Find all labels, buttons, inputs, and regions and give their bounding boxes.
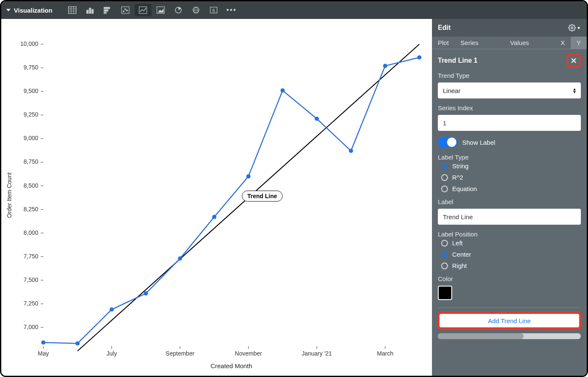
trend-type-label: Trend Type	[438, 72, 581, 79]
svg-point-71	[315, 117, 319, 121]
visualization-toolbar: Visualization 6 •••	[1, 1, 587, 19]
line-chart: 7,0007,2507,5007,7508,0008,2508,5008,750…	[1, 19, 432, 376]
svg-text:7,000: 7,000	[24, 324, 38, 330]
series-index-label: Series Index	[438, 104, 581, 112]
svg-text:Order Item Count: Order Item Count	[6, 173, 13, 218]
line-chart-icon[interactable]	[135, 4, 151, 16]
svg-text:9,750: 9,750	[24, 64, 38, 71]
label-type-option-string[interactable]: String	[441, 162, 581, 170]
tab-plot[interactable]: Plot	[432, 37, 455, 49]
tab-x[interactable]: X	[555, 37, 571, 49]
svg-point-74	[417, 55, 421, 59]
svg-point-70	[281, 88, 285, 93]
svg-text:7,250: 7,250	[24, 300, 38, 307]
bar-chart-icon[interactable]	[99, 4, 116, 16]
svg-rect-8	[104, 7, 110, 9]
svg-text:8,750: 8,750	[24, 158, 38, 165]
area-chart-icon[interactable]	[152, 4, 169, 16]
svg-point-63	[41, 340, 45, 345]
tab-y[interactable]: Y	[571, 37, 587, 49]
label-position-option-center[interactable]: Center	[441, 251, 581, 258]
svg-text:8,250: 8,250	[24, 206, 38, 212]
svg-rect-7	[92, 9, 93, 13]
svg-text:July: July	[106, 350, 117, 357]
svg-point-65	[110, 307, 114, 311]
svg-text:8,000: 8,000	[24, 229, 38, 236]
label-type-label: Label Type	[438, 154, 581, 161]
chevron-down-icon	[6, 9, 11, 11]
tab-values[interactable]: Values	[484, 37, 555, 49]
svg-text:9,250: 9,250	[24, 111, 38, 118]
svg-text:Created Month: Created Month	[210, 362, 252, 369]
table-icon[interactable]	[64, 4, 81, 16]
visualization-title: Visualization	[14, 7, 52, 14]
svg-point-72	[349, 149, 353, 153]
label-label: Label	[438, 198, 581, 205]
visualization-toggle[interactable]: Visualization	[6, 7, 52, 14]
svg-rect-10	[104, 12, 106, 13]
svg-point-13	[125, 9, 126, 10]
svg-rect-6	[89, 8, 91, 13]
svg-point-73	[383, 64, 387, 68]
chart-area: 7,0007,2507,5007,7508,0008,2508,5008,750…	[1, 19, 432, 376]
svg-text:6: 6	[212, 8, 215, 13]
edit-tabs: PlotSeriesValuesXY	[432, 37, 587, 49]
label-position-option-right[interactable]: Right	[441, 262, 581, 269]
label-input[interactable]	[438, 209, 581, 225]
single-value-icon[interactable]: 6	[205, 4, 222, 16]
show-label-toggle[interactable]	[438, 137, 457, 148]
color-swatch[interactable]	[438, 286, 452, 300]
svg-point-12	[123, 11, 124, 12]
svg-text:9,500: 9,500	[24, 88, 38, 94]
svg-text:March: March	[377, 350, 393, 357]
svg-text:May: May	[38, 350, 49, 357]
tab-series[interactable]: Series	[455, 37, 485, 49]
close-icon[interactable]	[567, 53, 581, 68]
svg-point-77	[571, 27, 573, 29]
svg-text:8,500: 8,500	[24, 182, 38, 189]
svg-point-64	[75, 341, 79, 345]
svg-text:10,000: 10,000	[20, 40, 38, 47]
column-chart-icon[interactable]	[82, 4, 98, 16]
trend-type-select[interactable]: Linear ▲▼	[438, 82, 581, 98]
svg-text:7,500: 7,500	[24, 276, 38, 283]
series-index-input[interactable]	[438, 115, 581, 131]
svg-text:September: September	[166, 350, 195, 357]
svg-marker-17	[158, 8, 164, 13]
svg-point-66	[144, 291, 148, 295]
more-icon[interactable]: •••	[223, 4, 240, 16]
svg-point-14	[127, 10, 128, 11]
pie-chart-icon[interactable]	[170, 4, 187, 16]
svg-text:January '21: January '21	[302, 350, 332, 357]
gear-icon[interactable]: ▼	[568, 24, 581, 32]
label-type-option-equation[interactable]: Equation	[441, 185, 581, 192]
svg-text:9,000: 9,000	[24, 135, 38, 141]
show-label-text: Show Label	[462, 139, 495, 146]
label-type-option-r2[interactable]: R^2	[441, 174, 581, 181]
label-position-option-left[interactable]: Left	[441, 239, 581, 247]
svg-rect-9	[104, 10, 108, 11]
color-label: Color	[438, 275, 581, 282]
map-chart-icon[interactable]	[188, 4, 204, 16]
svg-point-67	[178, 256, 182, 260]
svg-rect-0	[69, 7, 76, 13]
trend-line-label: Trend Line	[242, 191, 283, 202]
trend-section-title: Trend Line 1	[438, 57, 477, 64]
label-position-label: Label Position	[438, 231, 581, 238]
svg-point-68	[212, 215, 216, 219]
svg-text:November: November	[235, 350, 262, 357]
horizontal-scrollbar[interactable]	[438, 333, 581, 339]
svg-rect-5	[87, 10, 88, 13]
svg-point-69	[246, 174, 251, 178]
svg-text:7,750: 7,750	[24, 253, 38, 260]
edit-panel: Edit ▼ PlotSeriesValuesXY Trend Line 1 T…	[432, 19, 587, 376]
scatter-chart-icon[interactable]	[117, 4, 134, 16]
add-trend-line-button[interactable]: Add Trend Line	[438, 312, 581, 329]
edit-panel-title: Edit	[438, 24, 450, 32]
